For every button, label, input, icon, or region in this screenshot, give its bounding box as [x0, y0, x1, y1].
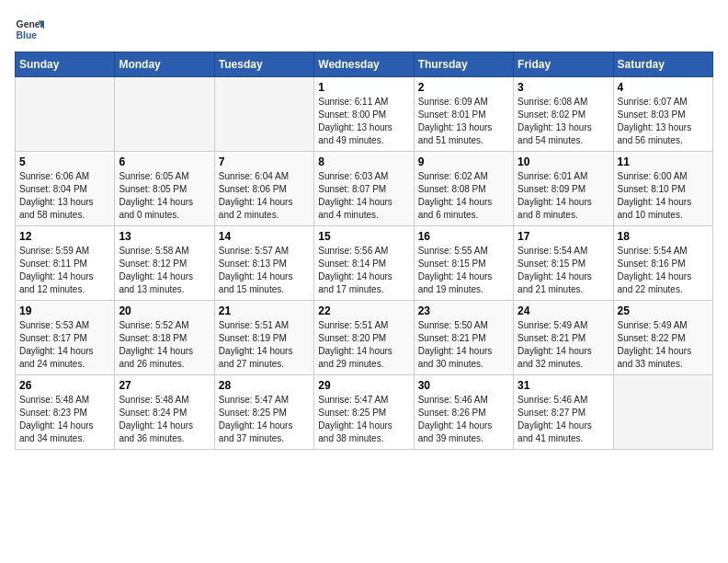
day-info: Sunrise: 5:51 AMSunset: 8:19 PMDaylight:…: [219, 319, 310, 371]
day-number: 17: [518, 230, 609, 243]
calendar-cell: 16Sunrise: 5:55 AMSunset: 8:15 PMDayligh…: [414, 226, 513, 301]
day-info: Sunrise: 6:09 AMSunset: 8:01 PMDaylight:…: [418, 96, 509, 147]
calendar-cell: 30Sunrise: 5:46 AMSunset: 8:26 PMDayligh…: [414, 375, 513, 450]
day-info: Sunrise: 5:47 AMSunset: 8:25 PMDaylight:…: [318, 394, 409, 445]
calendar-cell: 14Sunrise: 5:57 AMSunset: 8:13 PMDayligh…: [214, 226, 313, 301]
day-number: 26: [19, 379, 110, 392]
calendar-cell: 31Sunrise: 5:46 AMSunset: 8:27 PMDayligh…: [514, 375, 613, 450]
logo-icon: General Blue: [15, 15, 44, 44]
day-of-week-header: Monday: [115, 52, 214, 77]
calendar-cell: 24Sunrise: 5:49 AMSunset: 8:21 PMDayligh…: [514, 301, 613, 375]
calendar-cell: 4Sunrise: 6:07 AMSunset: 8:03 PMDaylight…: [613, 77, 712, 152]
calendar-cell: 7Sunrise: 6:04 AMSunset: 8:06 PMDaylight…: [214, 152, 313, 226]
calendar-cell: 20Sunrise: 5:52 AMSunset: 8:18 PMDayligh…: [115, 301, 214, 375]
day-info: Sunrise: 5:52 AMSunset: 8:18 PMDaylight:…: [119, 319, 210, 371]
day-number: 24: [518, 304, 609, 317]
day-number: 8: [318, 155, 409, 168]
day-of-week-header: Thursday: [414, 52, 513, 77]
day-number: 11: [618, 155, 709, 168]
calendar-cell: 29Sunrise: 5:47 AMSunset: 8:25 PMDayligh…: [314, 375, 414, 450]
day-info: Sunrise: 5:59 AMSunset: 8:11 PMDaylight:…: [19, 245, 110, 296]
calendar-cell: [115, 77, 214, 152]
day-info: Sunrise: 5:58 AMSunset: 8:12 PMDaylight:…: [119, 245, 210, 296]
day-number: 3: [518, 81, 609, 94]
calendar-week-row: 19Sunrise: 5:53 AMSunset: 8:17 PMDayligh…: [16, 301, 713, 375]
calendar-cell: 15Sunrise: 5:56 AMSunset: 8:14 PMDayligh…: [314, 226, 414, 301]
calendar-cell: 13Sunrise: 5:58 AMSunset: 8:12 PMDayligh…: [115, 226, 214, 301]
day-info: Sunrise: 5:54 AMSunset: 8:16 PMDaylight:…: [618, 245, 709, 296]
day-number: 9: [418, 155, 509, 168]
day-number: 27: [119, 379, 210, 392]
calendar-cell: 28Sunrise: 5:47 AMSunset: 8:25 PMDayligh…: [214, 375, 313, 450]
day-number: 22: [318, 304, 409, 317]
day-info: Sunrise: 5:57 AMSunset: 8:13 PMDaylight:…: [219, 245, 310, 296]
calendar-cell: 22Sunrise: 5:51 AMSunset: 8:20 PMDayligh…: [314, 301, 414, 375]
calendar-cell: 8Sunrise: 6:03 AMSunset: 8:07 PMDaylight…: [314, 152, 414, 226]
day-info: Sunrise: 5:46 AMSunset: 8:27 PMDaylight:…: [518, 394, 609, 445]
day-number: 4: [618, 81, 709, 94]
day-info: Sunrise: 6:00 AMSunset: 8:10 PMDaylight:…: [618, 170, 709, 222]
calendar-cell: [613, 375, 712, 450]
calendar-week-row: 12Sunrise: 5:59 AMSunset: 8:11 PMDayligh…: [16, 226, 713, 301]
calendar-cell: 3Sunrise: 6:08 AMSunset: 8:02 PMDaylight…: [514, 77, 613, 152]
day-number: 30: [418, 379, 509, 392]
calendar-table: SundayMondayTuesdayWednesdayThursdayFrid…: [15, 52, 713, 450]
svg-text:Blue: Blue: [17, 30, 38, 40]
day-number: 6: [119, 155, 210, 168]
day-number: 31: [518, 379, 609, 392]
day-info: Sunrise: 6:11 AMSunset: 8:00 PMDaylight:…: [318, 96, 409, 147]
calendar-cell: 9Sunrise: 6:02 AMSunset: 8:08 PMDaylight…: [414, 152, 513, 226]
calendar-cell: 19Sunrise: 5:53 AMSunset: 8:17 PMDayligh…: [16, 301, 115, 375]
day-info: Sunrise: 6:05 AMSunset: 8:05 PMDaylight:…: [119, 170, 210, 222]
calendar-week-row: 26Sunrise: 5:48 AMSunset: 8:23 PMDayligh…: [16, 375, 713, 450]
day-number: 29: [318, 379, 409, 392]
calendar-cell: 10Sunrise: 6:01 AMSunset: 8:09 PMDayligh…: [514, 152, 613, 226]
day-of-week-header: Sunday: [16, 52, 115, 77]
day-info: Sunrise: 5:50 AMSunset: 8:21 PMDaylight:…: [418, 319, 509, 371]
calendar-cell: 18Sunrise: 5:54 AMSunset: 8:16 PMDayligh…: [613, 226, 712, 301]
day-number: 16: [418, 230, 509, 243]
day-number: 21: [219, 304, 310, 317]
day-number: 12: [19, 230, 110, 243]
day-info: Sunrise: 6:04 AMSunset: 8:06 PMDaylight:…: [219, 170, 310, 222]
day-number: 28: [219, 379, 310, 392]
day-of-week-header: Wednesday: [314, 52, 414, 77]
calendar-cell: 2Sunrise: 6:09 AMSunset: 8:01 PMDaylight…: [414, 77, 513, 152]
day-info: Sunrise: 5:48 AMSunset: 8:23 PMDaylight:…: [19, 394, 110, 445]
calendar-header-row: SundayMondayTuesdayWednesdayThursdayFrid…: [16, 52, 713, 77]
day-info: Sunrise: 5:54 AMSunset: 8:15 PMDaylight:…: [518, 245, 609, 296]
calendar-cell: 25Sunrise: 5:49 AMSunset: 8:22 PMDayligh…: [613, 301, 712, 375]
day-info: Sunrise: 5:51 AMSunset: 8:20 PMDaylight:…: [318, 319, 409, 371]
day-number: 15: [318, 230, 409, 243]
day-info: Sunrise: 5:56 AMSunset: 8:14 PMDaylight:…: [318, 245, 409, 296]
day-info: Sunrise: 6:02 AMSunset: 8:08 PMDaylight:…: [418, 170, 509, 222]
calendar-cell: [16, 77, 115, 152]
calendar-cell: 23Sunrise: 5:50 AMSunset: 8:21 PMDayligh…: [414, 301, 513, 375]
day-info: Sunrise: 5:46 AMSunset: 8:26 PMDaylight:…: [418, 394, 509, 445]
calendar-cell: 26Sunrise: 5:48 AMSunset: 8:23 PMDayligh…: [16, 375, 115, 450]
page-header: General Blue: [15, 15, 713, 44]
calendar-cell: 12Sunrise: 5:59 AMSunset: 8:11 PMDayligh…: [16, 226, 115, 301]
day-number: 10: [518, 155, 609, 168]
calendar-cell: 21Sunrise: 5:51 AMSunset: 8:19 PMDayligh…: [214, 301, 313, 375]
day-number: 2: [418, 81, 509, 94]
day-number: 7: [219, 155, 310, 168]
day-info: Sunrise: 5:53 AMSunset: 8:17 PMDaylight:…: [19, 319, 110, 371]
day-number: 13: [119, 230, 210, 243]
calendar-cell: 11Sunrise: 6:00 AMSunset: 8:10 PMDayligh…: [613, 152, 712, 226]
calendar-cell: 6Sunrise: 6:05 AMSunset: 8:05 PMDaylight…: [115, 152, 214, 226]
day-number: 1: [318, 81, 409, 94]
day-info: Sunrise: 6:08 AMSunset: 8:02 PMDaylight:…: [518, 96, 609, 147]
day-info: Sunrise: 5:49 AMSunset: 8:21 PMDaylight:…: [518, 319, 609, 371]
day-info: Sunrise: 6:06 AMSunset: 8:04 PMDaylight:…: [19, 170, 110, 222]
day-info: Sunrise: 5:47 AMSunset: 8:25 PMDaylight:…: [219, 394, 310, 445]
day-info: Sunrise: 5:49 AMSunset: 8:22 PMDaylight:…: [618, 319, 709, 371]
calendar-cell: [214, 77, 313, 152]
logo: General Blue: [15, 15, 48, 44]
day-number: 5: [19, 155, 110, 168]
calendar-cell: 1Sunrise: 6:11 AMSunset: 8:00 PMDaylight…: [314, 77, 414, 152]
calendar-cell: 17Sunrise: 5:54 AMSunset: 8:15 PMDayligh…: [514, 226, 613, 301]
day-of-week-header: Friday: [514, 52, 613, 77]
day-info: Sunrise: 5:48 AMSunset: 8:24 PMDaylight:…: [119, 394, 210, 445]
calendar-cell: 5Sunrise: 6:06 AMSunset: 8:04 PMDaylight…: [16, 152, 115, 226]
